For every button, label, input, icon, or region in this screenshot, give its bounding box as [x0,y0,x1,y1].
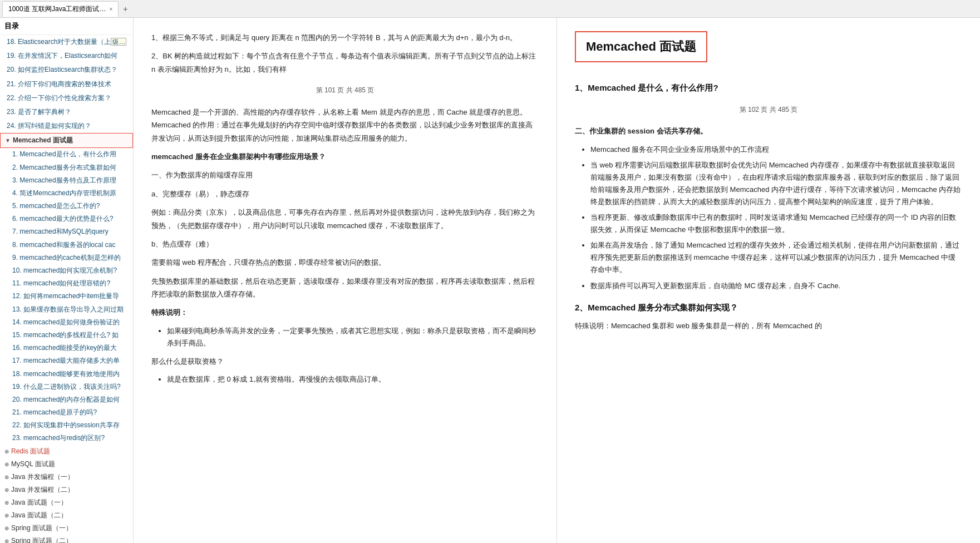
toc-memcached-9[interactable]: 9. memcached的cache机制是怎样的 [4,251,133,264]
java-int1-cat-label: Java 面试题（一） [11,498,67,507]
memcached-section-header[interactable]: ▼ Memcached 面试题 [0,133,133,148]
right-bullet-list: Memcached 服务在不同企业业务应用场景中的工作流程 当 web 程序需要… [575,144,962,292]
tab-label: 1000道 互联网Java工程师面试… [8,4,106,14]
special-note-label: 特殊说明： [151,306,539,319]
toc-memcached-3[interactable]: 3. Memcached服务特点及工作原理 [4,174,133,187]
scenario-one-b-detail2: 先预热数据库里的基础数据，然后在动态更新，选读取缓存，如果缓存里没有对应的数据，… [151,275,539,301]
sidebar-title: 目录 [0,18,133,35]
toc-memcached-8[interactable]: 8. memcached和服务器的local cac [4,239,133,251]
tab-close-button[interactable]: × [109,6,112,12]
memcached-sub-items: 1. Memcached是什么，有什么作用 2. Memcached服务分布式集… [0,148,133,445]
java-int2-cat-label: Java 面试题（二） [11,511,67,520]
spring1-expand-icon: ⊕ [4,525,9,531]
toc-categories: ⊕ Redis 面试题 ⊕ MySQL 面试题 ⊕ Java 并发编程（一） ⊕… [0,445,133,543]
content-area: 1、根据三角不等式，则满足与 query 距离在 n 范围内的另一个字符转 B，… [134,18,980,543]
scenario-one-title: 一、作为数据库的前端缓存应用 [151,169,539,181]
toc-memcached-21[interactable]: 21. memcached是原子的吗? [4,406,133,419]
java1-cat-label: Java 并发编程（一） [11,472,74,482]
toc-memcached-18[interactable]: 18. memcached能够更有效地使用内 [4,368,133,381]
page-right: Memcached 面试题 1、Memcached 是什么，有什么作用? 第 1… [557,18,980,543]
toc-item-21[interactable]: 21. 介绍下你们电商搜索的整体技术 [0,77,133,91]
toc-cat-spring2[interactable]: ⊕ Spring 面试题（二） [0,535,133,543]
toc-memcached-13[interactable]: 13. 如果缓存数据在导出导入之间过期 [4,303,133,316]
toc-memcached-4[interactable]: 4. 简述Memcached内存管理机制原 [4,187,133,200]
java2-cat-label: Java 并发编程（二） [11,485,74,495]
toc-cat-java2[interactable]: ⊕ Java 并发编程（二） [0,483,133,496]
right-bullet-4: 数据库插件可以再写入更新数据库后，自动抛给 MC 缓存起来，自身不 Cache. [590,280,962,292]
right-q2-title: 二、作业集群的 session 会话共享存储。 [575,125,962,137]
memcached-expand-icon: ▼ [5,137,11,144]
left-para2: 2、BK 树的构造就过程如下：每个节点含有任意个子节点，每条边有个值表示编辑距离… [151,50,539,76]
sidebar: 目录 18. Elasticsearch对于大数据量（上级别）的聚合如何实现？ … [0,18,134,543]
right-question2-title: 2、Memcached 服务分布式集群如何实现？ [575,300,962,315]
toc-cat-java-int1[interactable]: ⊕ Java 面试题（一） [0,496,133,509]
left-page-number: 第 101 页 共 485 页 [151,85,539,97]
left-bullet1: 如果碰到电商秒杀等高并发的业务，一定要事先预热，或者其它思想实现，例如：称杀只是… [167,325,539,349]
scenario-one-b: b、热点缓存（难） [151,238,539,250]
left-bullet-list: 如果碰到电商秒杀等高并发的业务，一定要事先预热，或者其它思想实现，例如：称杀只是… [151,325,539,349]
toc-cat-java-int2[interactable]: ⊕ Java 面试题（二） [0,509,133,522]
mysql-expand-icon: ⊕ [4,461,9,467]
redis-cat-label: Redis 面试题 [11,447,50,456]
toc-memcached-7[interactable]: 7. memcached和MySQL的query [4,225,133,238]
left-bullet2: 就是在数据库，把 0 标成 1,就有资格啦。再慢慢的去领取商品订单。 [167,373,539,386]
new-tab-button[interactable]: + [119,2,132,16]
section-title: Memcached 面试题 [586,36,696,58]
toc-item-19[interactable]: 19. 在并发情况下，Elasticsearch如何 [0,49,133,63]
toc-memcached-19[interactable]: 19. 什么是二进制协议，我该关注吗? [4,381,133,393]
left-para1: 1、根据三角不等式，则满足与 query 距离在 n 范围内的另一个字符转 B，… [151,31,539,44]
main-layout: 目录 18. Elasticsearch对于大数据量（上级别）的聚合如何实现？ … [0,18,980,543]
right-bullet-0: Memcached 服务在不同企业业务应用场景中的工作流程 [590,144,962,156]
sub-question-label: memcached 服务在企业集群架构中有哪些应用场景？ [151,150,539,163]
toc-memcached-2[interactable]: 2. Memcached服务分布式集群如何 [4,161,133,174]
right-bullet-1: 当 web 程序需要访问后端数据库获取数据时会优先访问 Memcached 内存… [590,159,962,208]
toc-memcached-15[interactable]: 15. memcached的多线程是什么? 如 [4,329,133,342]
scenario-one-a: a、完整缓存（易），静态缓存 [151,187,539,200]
right-note: 特殊说明：Memcached 集群和 web 服务集群是一样的，所有 Memca… [575,319,962,332]
toc-item-18[interactable]: 18. Elasticsearch对于大数据量（上级别）的聚合如何实现？ [0,35,133,49]
toc-cat-redis[interactable]: ⊕ Redis 面试题 [0,445,133,458]
toc-memcached-23[interactable]: 23. memcached与redis的区别? [4,432,133,445]
toc-top-items: 18. Elasticsearch对于大数据量（上级别）的聚合如何实现？ 19.… [0,35,133,133]
toc-item-20[interactable]: 20. 如何监控Elasticsearch集群状态？ [0,63,133,77]
right-bullet-2: 当程序更新、修改或删除数据库中已有的数据时，同时发送请求通知 Memcached… [590,211,962,236]
toc-item-22[interactable]: 22. 介绍一下你们个性化搜索方案？ [0,91,133,105]
scenario-one-b-detail: 需要前端 web 程序配合，只缓存热点的数据，即缓存经常被访问的数据。 [151,256,539,269]
right-bullet-3: 如果在高并发场合，除了通知 Memcached 过程的缓存失效外，还会通过相关机… [590,239,962,276]
left-para3: Memcached 是一个开源的、高性能的内存缓存软件，从名称上看 Mem 就是… [151,106,539,145]
section-title-box: Memcached 面试题 [575,31,707,62]
page-left: 1、根据三角不等式，则满足与 query 距离在 n 范围内的另一个字符转 B，… [134,18,557,543]
spring1-cat-label: Spring 面试题（一） [11,524,72,533]
spring2-cat-label: Spring 面试题（二） [11,536,72,543]
spring2-expand-icon: ⊕ [4,538,9,543]
active-tab[interactable]: 1000道 互联网Java工程师面试… × [2,1,119,17]
toc-memcached-16[interactable]: 16. memcached能接受的key的最大 [4,342,133,354]
scenario-one-a-detail: 例如：商品分类（京东），以及商品信息，可事先存在内存里，然后再对外提供数据访问，… [151,206,539,232]
java-int1-expand-icon: ⊕ [4,500,9,506]
memcached-section-label: Memcached 面试题 [13,136,73,145]
toc-cat-java1[interactable]: ⊕ Java 并发编程（一） [0,471,133,483]
toc-memcached-22[interactable]: 22. 如何实现集群中的session共享存 [4,419,133,432]
toc-memcached-10[interactable]: 10. memcached如何实现冗余机制? [4,264,133,277]
right-page-number: 第 102 页 共 485 页 [575,104,962,116]
tab-bar: 1000道 互联网Java工程师面试… × + [0,0,980,18]
toc-item-24[interactable]: 24. 拼写纠错是如何实现的？ [0,119,133,133]
toc-memcached-17[interactable]: 17. memcached最大能存储多大的单 [4,354,133,367]
redis-expand-icon: ⊕ [4,448,9,455]
toc-memcached-20[interactable]: 20. memcached的内存分配器是如何 [4,393,133,406]
java2-expand-icon: ⊕ [4,487,9,493]
java-int2-expand-icon: ⊕ [4,512,9,519]
toc-memcached-11[interactable]: 11. memcached如何处理容错的? [4,277,133,290]
sub-question2: 那么什么是获取资格？ [151,355,539,368]
toc-cat-spring1[interactable]: ⊕ Spring 面试题（一） [0,522,133,535]
toc-memcached-14[interactable]: 14. memcached是如何做身份验证的 [4,316,133,329]
toc-memcached-5[interactable]: 5. memcached是怎么工作的? [4,200,133,213]
toc-cat-mysql[interactable]: ⊕ MySQL 面试题 [0,458,133,471]
toc-memcached-6[interactable]: 6. memcached最大的优势是什么? [4,213,133,225]
left-bullet-list2: 就是在数据库，把 0 标成 1,就有资格啦。再慢慢的去领取商品订单。 [151,373,539,386]
mysql-cat-label: MySQL 面试题 [11,460,55,469]
toc-memcached-12[interactable]: 12. 如何将memcached中item批量导 [4,290,133,303]
java1-expand-icon: ⊕ [4,474,9,480]
toc-item-23[interactable]: 23. 是否了解字典树？ [0,105,133,119]
toc-memcached-1[interactable]: 1. Memcached是什么，有什么作用 [4,148,133,161]
